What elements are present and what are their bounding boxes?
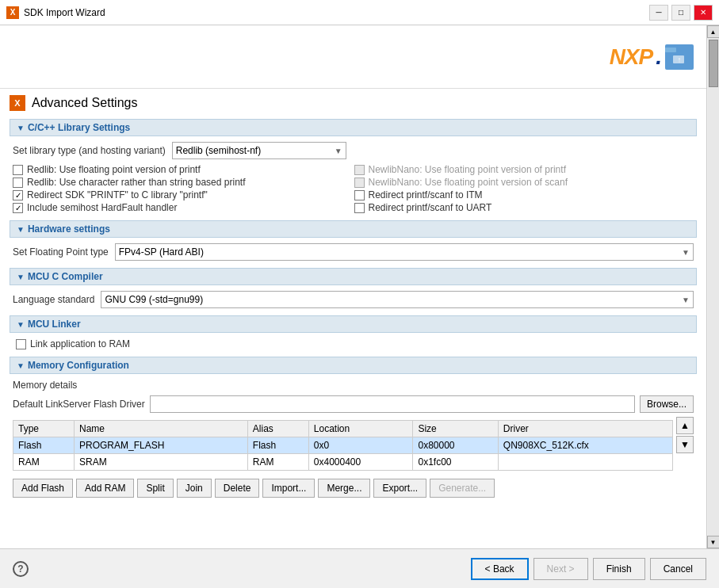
link-to-ram-label: Link application to RAM [30, 338, 130, 349]
cb-redirect-printf-box[interactable] [13, 190, 23, 200]
cb-float-printf-left-label: Redlib: Use floating point version of pr… [27, 164, 201, 175]
cb-redirect-itm-box[interactable] [354, 190, 365, 200]
minimize-button[interactable]: ─ [649, 5, 668, 21]
folder-icon: ↑ [665, 44, 694, 70]
nxp-logo: NXP . ↑ [610, 44, 694, 70]
col-type: Type [13, 421, 75, 437]
cpp-library-section-header[interactable]: ▼ C/C++ Library Settings [10, 119, 697, 136]
col-name: Name [74, 421, 247, 437]
cb-char-printf-box[interactable] [13, 178, 23, 188]
cb-newlib-float-scanf: NewlibNano: Use floating point version o… [354, 176, 694, 189]
cb-redirect-uart-box[interactable] [354, 203, 365, 213]
nxp-logo-dot: . [656, 44, 662, 70]
next-button[interactable]: Next > [534, 558, 588, 580]
cb-redirect-uart[interactable]: Redirect printf/scanf to UART [354, 201, 694, 214]
move-down-button[interactable]: ▼ [676, 436, 694, 453]
lang-std-arrow: ▼ [682, 296, 690, 304]
cell-name: PROGRAM_FLASH [74, 437, 247, 454]
cell-size: 0x80000 [413, 437, 498, 454]
flash-driver-input[interactable] [150, 395, 635, 413]
table-row[interactable]: RAM SRAM RAM 0x4000400 0x1fc00 [13, 454, 673, 471]
library-type-value: Redlib (semihost-nf) [176, 145, 261, 156]
cell-type: RAM [13, 454, 75, 471]
scrollbar[interactable]: ▲ ▼ [706, 25, 719, 548]
hardware-section-header[interactable]: ▼ Hardware settings [10, 220, 697, 238]
memory-config-title: Memory Configuration [28, 360, 129, 371]
generate-button[interactable]: Generate... [430, 479, 495, 498]
cb-redirect-printf-label: Redirect SDK "PRINTF" to C library "prin… [27, 189, 208, 200]
flash-driver-label: Default LinkServer Flash Driver [13, 399, 145, 410]
floating-point-select[interactable]: FPv4-SP (Hard ABI) ▼ [115, 243, 694, 261]
cb-newlib-float-scanf-box [354, 178, 365, 188]
cell-type: Flash [13, 437, 75, 454]
cpp-section-title: C/C++ Library Settings [28, 122, 130, 133]
header-logo-area: NXP . ↑ [0, 25, 706, 89]
hardware-section-title: Hardware settings [28, 223, 110, 235]
merge-button[interactable]: Merge... [318, 479, 370, 498]
back-button[interactable]: < Back [471, 558, 529, 580]
move-up-button[interactable]: ▲ [676, 417, 694, 434]
add-flash-button[interactable]: Add Flash [13, 479, 73, 498]
flash-driver-row: Default LinkServer Flash Driver Browse..… [10, 393, 697, 415]
link-to-ram-row[interactable]: Link application to RAM [10, 336, 697, 352]
scroll-thumb[interactable] [709, 40, 718, 87]
cell-location: 0x0 [308, 437, 413, 454]
cb-semihost-box[interactable] [13, 203, 23, 213]
join-button[interactable]: Join [177, 479, 212, 498]
maximize-button[interactable]: □ [671, 5, 690, 21]
import-button[interactable]: Import... [262, 479, 315, 498]
cell-location: 0x4000400 [308, 454, 413, 471]
cb-newlib-float-printf-label: NewlibNano: Use floating point version o… [369, 164, 566, 175]
mcu-linker-section-header[interactable]: ▼ MCU Linker [10, 315, 697, 333]
cb-newlib-float-printf: NewlibNano: Use floating point version o… [354, 163, 694, 176]
library-type-select[interactable]: Redlib (semihost-nf) ▼ [172, 142, 346, 159]
help-button[interactable]: ? [13, 561, 29, 577]
delete-button[interactable]: Delete [215, 479, 260, 498]
nav-buttons: < Back Next > Finish Cancel [471, 558, 706, 580]
lang-std-row: Language standard GNU C99 (-std=gnu99) ▼ [10, 288, 697, 311]
scroll-track[interactable] [708, 38, 719, 536]
cb-redirect-printf[interactable]: Redirect SDK "PRINTF" to C library "prin… [13, 189, 353, 201]
lang-std-select[interactable]: GNU C99 (-std=gnu99) ▼ [101, 291, 694, 308]
scroll-down-arrow[interactable]: ▼ [707, 536, 720, 548]
hardware-section-arrow: ▼ [17, 225, 25, 234]
library-type-row: Set library type (and hosting variant) R… [10, 139, 697, 162]
action-buttons-row: Add Flash Add RAM Split Join Delete Impo… [10, 475, 697, 499]
cell-driver [498, 454, 672, 471]
cb-float-printf-left[interactable]: Redlib: Use floating point version of pr… [13, 163, 353, 176]
mcu-linker-arrow: ▼ [17, 320, 25, 329]
scroll-up-arrow[interactable]: ▲ [707, 25, 720, 38]
page-title: Advanced Settings [32, 96, 137, 110]
cancel-button[interactable]: Cancel [650, 558, 706, 580]
cb-char-printf[interactable]: Redlib: Use character rather than string… [13, 176, 353, 189]
mcu-compiler-section-header[interactable]: ▼ MCU C Compiler [10, 268, 697, 285]
mcu-compiler-arrow: ▼ [17, 273, 25, 281]
memory-details-label: Memory details [10, 377, 697, 393]
cb-redirect-itm[interactable]: Redirect printf/scanf to ITM [354, 189, 694, 201]
memory-config-section-header[interactable]: ▼ Memory Configuration [10, 357, 697, 374]
export-button[interactable]: Export... [373, 479, 426, 498]
col-alias: Alias [247, 421, 308, 437]
floating-point-value: FPv4-SP (Hard ABI) [119, 246, 204, 258]
library-type-arrow: ▼ [335, 147, 342, 155]
browse-button[interactable]: Browse... [640, 395, 694, 413]
cell-name: SRAM [74, 454, 247, 471]
memory-table: Type Name Alias Location Size Driver Fla… [13, 420, 673, 471]
cb-semihost[interactable]: Include semihost HardFault handler [13, 201, 353, 214]
finish-button[interactable]: Finish [593, 558, 645, 580]
col-size: Size [413, 421, 498, 437]
split-button[interactable]: Split [137, 479, 173, 498]
svg-text:↑: ↑ [678, 55, 682, 64]
col-location: Location [308, 421, 413, 437]
cb-redirect-uart-label: Redirect printf/scanf to UART [369, 202, 492, 213]
floating-point-label: Set Floating Point type [13, 246, 109, 258]
close-button[interactable]: ✕ [694, 5, 713, 21]
title-bar: X SDK Import Wizard ─ □ ✕ [0, 0, 719, 25]
cb-newlib-float-scanf-label: NewlibNano: Use floating point version o… [369, 177, 568, 188]
cell-driver: QN908XC_512K.cfx [498, 437, 672, 454]
table-row[interactable]: Flash PROGRAM_FLASH Flash 0x0 0x80000 QN… [13, 437, 673, 454]
cb-float-printf-left-box[interactable] [13, 165, 23, 175]
mcu-compiler-title: MCU C Compiler [28, 271, 103, 282]
add-ram-button[interactable]: Add RAM [76, 479, 134, 498]
link-to-ram-checkbox[interactable] [16, 339, 26, 349]
